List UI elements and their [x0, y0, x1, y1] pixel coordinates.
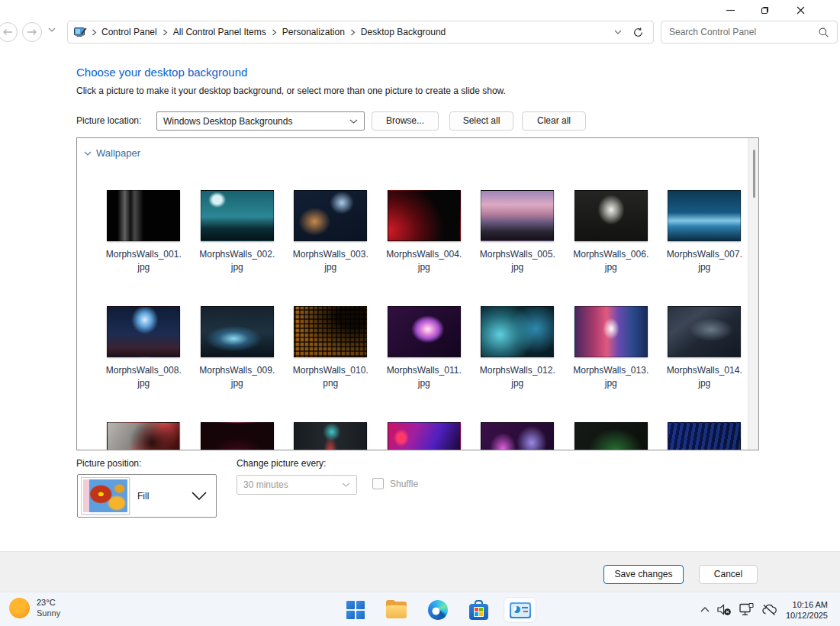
- wallpaper-item[interactable]: MorphsWalls_002.jpg: [191, 190, 285, 306]
- no-internet-icon[interactable]: [762, 604, 777, 616]
- wallpaper-thumbnail[interactable]: [574, 190, 648, 241]
- weather-condition: Sunny: [37, 608, 60, 618]
- search-box[interactable]: [661, 21, 838, 44]
- wallpaper-thumbnail[interactable]: [481, 422, 554, 450]
- wallpaper-item[interactable]: [471, 422, 565, 450]
- select-all-button[interactable]: Select all: [449, 111, 513, 131]
- wallpaper-thumbnail[interactable]: [294, 306, 367, 357]
- wallpaper-item[interactable]: MorphsWalls_004.jpg: [378, 190, 471, 306]
- wallpaper-item[interactable]: MorphsWalls_013.jpg: [565, 306, 658, 422]
- clock-time: 10:16 AM: [786, 599, 828, 610]
- wallpaper-item[interactable]: MorphsWalls_008.jpg: [97, 306, 191, 422]
- wallpaper-thumbnail[interactable]: [201, 306, 274, 357]
- wallpaper-item[interactable]: [378, 422, 471, 450]
- wallpaper-thumbnail[interactable]: [107, 190, 180, 241]
- forward-arrow-icon: [27, 28, 37, 36]
- wallpaper-item[interactable]: MorphsWalls_005.jpg: [471, 190, 565, 306]
- edge-browser-icon: [428, 600, 448, 620]
- address-dropdown-icon[interactable]: [614, 30, 622, 34]
- close-button[interactable]: [783, 0, 818, 20]
- save-changes-button[interactable]: Save changes: [603, 565, 684, 584]
- wallpaper-group-label: Wallpaper: [96, 147, 140, 159]
- wallpaper-thumbnail[interactable]: [574, 306, 648, 357]
- picture-location-select[interactable]: Windows Desktop Backgrounds: [156, 111, 365, 131]
- wallpaper-filename: MorphsWalls_007.jpg: [658, 248, 751, 274]
- footer-bar: Save changes Cancel: [0, 551, 840, 592]
- breadcrumb-personalization[interactable]: Personalization: [281, 24, 346, 40]
- minimize-icon: [726, 6, 735, 15]
- chevron-down-icon: [349, 119, 358, 124]
- picture-position-select[interactable]: Fill: [77, 474, 217, 518]
- wallpaper-item[interactable]: [565, 422, 658, 450]
- wallpaper-item[interactable]: [658, 422, 751, 450]
- wallpaper-item[interactable]: MorphsWalls_003.jpg: [284, 190, 378, 306]
- search-input[interactable]: [669, 27, 818, 37]
- wallpaper-thumbnail[interactable]: [201, 190, 274, 241]
- wallpaper-item[interactable]: MorphsWalls_014.jpg: [658, 306, 751, 422]
- wallpaper-thumbnail[interactable]: [294, 190, 367, 241]
- maximize-button[interactable]: [748, 0, 783, 20]
- wallpaper-thumbnail[interactable]: [107, 422, 180, 450]
- folder-icon: [386, 602, 407, 618]
- breadcrumb-all-items[interactable]: All Control Panel Items: [172, 24, 268, 40]
- wallpaper-item[interactable]: [284, 422, 378, 450]
- change-picture-select[interactable]: 30 minutes: [237, 475, 357, 495]
- wallpaper-list: Wallpaper MorphsWalls_001.jpgMorphsWalls…: [76, 137, 759, 450]
- wallpaper-group-header[interactable]: Wallpaper: [84, 147, 140, 159]
- wallpaper-item[interactable]: MorphsWalls_011.jpg: [378, 306, 471, 422]
- wallpaper-item[interactable]: MorphsWalls_009.jpg: [191, 306, 285, 422]
- minimize-button[interactable]: [713, 0, 748, 20]
- scrollbar[interactable]: [748, 138, 758, 450]
- wallpaper-thumbnail[interactable]: [574, 422, 648, 450]
- address-bar[interactable]: Control Panel All Control Panel Items Pe…: [67, 21, 654, 44]
- sun-icon: [9, 598, 30, 618]
- wallpaper-item[interactable]: [191, 422, 285, 450]
- wallpaper-thumbnail[interactable]: [668, 422, 741, 450]
- control-panel-taskbar-button[interactable]: [504, 598, 536, 622]
- wallpaper-thumbnail[interactable]: [294, 422, 367, 450]
- wallpaper-item[interactable]: MorphsWalls_001.jpg: [97, 190, 191, 306]
- weather-widget[interactable]: 23°C Sunny: [9, 597, 60, 618]
- forward-button[interactable]: [22, 22, 42, 42]
- wallpaper-thumbnail[interactable]: [481, 306, 554, 357]
- wallpaper-item[interactable]: MorphsWalls_006.jpg: [565, 190, 658, 306]
- file-explorer-button[interactable]: [381, 598, 412, 622]
- wallpaper-item[interactable]: [97, 422, 191, 450]
- wallpaper-filename: MorphsWalls_013.jpg: [565, 364, 658, 390]
- scrollbar-thumb[interactable]: [753, 150, 755, 198]
- search-icon[interactable]: [818, 27, 829, 38]
- breadcrumb-desktop-background[interactable]: Desktop Background: [359, 24, 447, 40]
- wallpaper-item[interactable]: MorphsWalls_012.jpg: [471, 306, 565, 422]
- wallpaper-thumbnail[interactable]: [388, 190, 461, 241]
- wallpaper-thumbnail[interactable]: [388, 422, 461, 450]
- edge-button[interactable]: [422, 598, 453, 622]
- shuffle-label: Shuffle: [390, 479, 418, 489]
- wallpaper-thumbnail[interactable]: [388, 306, 461, 357]
- volume-muted-icon[interactable]: [717, 603, 732, 616]
- cancel-button[interactable]: Cancel: [699, 565, 758, 584]
- shuffle-checkbox[interactable]: [372, 478, 384, 489]
- clock[interactable]: 10:16 AM 10/12/2025: [786, 599, 828, 621]
- wallpaper-thumbnail[interactable]: [668, 190, 741, 241]
- start-button[interactable]: [340, 598, 371, 622]
- breadcrumb-control-panel[interactable]: Control Panel: [100, 24, 159, 40]
- chevron-down-icon: [342, 482, 350, 487]
- windows-logo-icon: [346, 601, 365, 619]
- recent-pages-button[interactable]: [48, 27, 56, 32]
- wallpaper-thumbnail[interactable]: [668, 306, 741, 357]
- network-ethernet-icon[interactable]: [739, 603, 755, 616]
- clear-all-button[interactable]: Clear all: [522, 111, 586, 131]
- picture-location-label: Picture location:: [76, 115, 141, 126]
- navigation-bar: Control Panel All Control Panel Items Pe…: [0, 20, 840, 46]
- personalization-icon: [74, 27, 87, 38]
- wallpaper-item[interactable]: MorphsWalls_010.png: [284, 306, 378, 422]
- wallpaper-thumbnail[interactable]: [107, 306, 180, 357]
- microsoft-store-button[interactable]: [463, 598, 494, 622]
- browse-button[interactable]: Browse...: [372, 111, 439, 131]
- back-button[interactable]: [0, 22, 18, 42]
- wallpaper-item[interactable]: MorphsWalls_007.jpg: [658, 190, 751, 306]
- refresh-icon[interactable]: [632, 27, 644, 38]
- hidden-icons-chevron-icon[interactable]: [700, 607, 710, 612]
- wallpaper-thumbnail[interactable]: [481, 190, 554, 241]
- wallpaper-thumbnail[interactable]: [201, 422, 274, 450]
